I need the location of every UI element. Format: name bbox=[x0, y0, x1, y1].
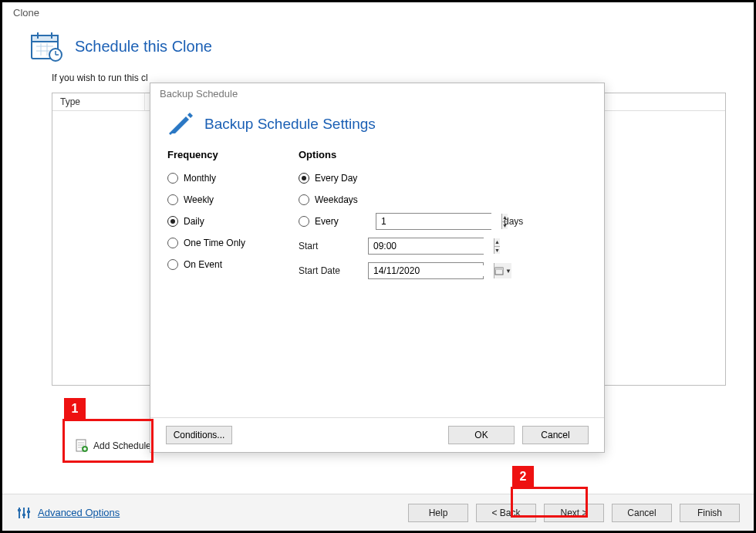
page-title: Schedule this Clone bbox=[75, 38, 212, 56]
dialog-title: Backup Schedule bbox=[150, 83, 604, 104]
pencil-icon bbox=[167, 110, 195, 138]
radio-every-day-label: Every Day bbox=[315, 173, 357, 184]
dialog-heading: Backup Schedule Settings bbox=[204, 116, 376, 133]
chevron-down-icon: ▼ bbox=[505, 268, 511, 275]
advanced-options-link[interactable]: Advanced Options bbox=[16, 505, 120, 521]
frequency-column: Frequency Monthly Weekly Daily One Time … bbox=[167, 149, 268, 287]
start-time-spinner[interactable]: ▲ ▼ bbox=[368, 238, 484, 255]
radio-weekly[interactable]: Weekly bbox=[167, 191, 268, 208]
svg-rect-15 bbox=[22, 514, 25, 516]
svg-rect-14 bbox=[18, 509, 21, 511]
conditions-button[interactable]: Conditions... bbox=[166, 426, 232, 444]
radio-on-event-label: On Event bbox=[184, 259, 222, 270]
backup-schedule-dialog: Backup Schedule Backup Schedule Settings… bbox=[150, 83, 605, 453]
radio-every-n-label: Every bbox=[315, 216, 339, 227]
calendar-small-icon bbox=[494, 266, 504, 275]
every-n-input[interactable] bbox=[376, 214, 501, 229]
back-button[interactable]: < Back bbox=[476, 504, 536, 522]
options-column: Options Every Day Weekdays Every ▲ ▼ bbox=[299, 149, 587, 287]
finish-button[interactable]: Finish bbox=[680, 504, 740, 522]
add-schedule-button[interactable]: Add Schedule bbox=[72, 437, 154, 454]
radio-daily[interactable]: Daily bbox=[167, 213, 268, 230]
start-time-up[interactable]: ▲ bbox=[494, 238, 500, 247]
breadcrumb: Clone bbox=[2, 2, 754, 23]
start-date-input[interactable] bbox=[369, 265, 494, 276]
every-n-unit: days bbox=[504, 216, 523, 227]
start-time-down[interactable]: ▼ bbox=[494, 247, 500, 255]
next-button[interactable]: Next > bbox=[544, 504, 604, 522]
radio-one-time-only[interactable]: One Time Only bbox=[167, 234, 268, 251]
radio-weekdays-label: Weekdays bbox=[315, 194, 358, 205]
sliders-icon bbox=[16, 505, 32, 521]
svg-marker-26 bbox=[169, 130, 172, 135]
radio-every-day[interactable]: Every Day bbox=[299, 170, 587, 187]
radio-one-time-label: One Time Only bbox=[184, 238, 245, 248]
radio-monthly-label: Monthly bbox=[184, 173, 216, 184]
start-date-picker[interactable]: ▼ bbox=[368, 262, 484, 279]
svg-rect-16 bbox=[27, 511, 30, 513]
radio-weekly-label: Weekly bbox=[184, 194, 214, 205]
start-time-input[interactable] bbox=[369, 238, 494, 254]
start-date-dropdown[interactable]: ▼ bbox=[494, 263, 511, 278]
radio-every-n[interactable]: Every bbox=[299, 213, 368, 230]
radio-weekdays[interactable]: Weekdays bbox=[299, 191, 587, 208]
page-description: If you wish to run this cl bbox=[52, 73, 726, 83]
table-col-type[interactable]: Type bbox=[52, 93, 145, 110]
radio-on-event[interactable]: On Event bbox=[167, 256, 268, 273]
radio-daily-label: Daily bbox=[184, 216, 204, 227]
cancel-button[interactable]: Cancel bbox=[612, 504, 672, 522]
dialog-cancel-button[interactable]: Cancel bbox=[522, 426, 589, 444]
svg-rect-1 bbox=[32, 35, 58, 42]
wizard-footer: Advanced Options Help < Back Next > Canc… bbox=[2, 494, 754, 531]
svg-rect-28 bbox=[495, 268, 503, 270]
ok-button[interactable]: OK bbox=[448, 426, 515, 444]
calendar-clock-icon bbox=[30, 31, 64, 62]
every-n-spinner[interactable]: ▲ ▼ bbox=[376, 213, 491, 230]
start-label: Start bbox=[299, 241, 360, 251]
add-schedule-icon bbox=[75, 439, 89, 453]
frequency-heading: Frequency bbox=[167, 149, 268, 160]
help-button[interactable]: Help bbox=[408, 504, 468, 522]
start-date-label: Start Date bbox=[299, 265, 360, 276]
advanced-options-label: Advanced Options bbox=[38, 507, 120, 518]
radio-monthly[interactable]: Monthly bbox=[167, 170, 268, 187]
svg-marker-24 bbox=[172, 116, 189, 133]
svg-marker-25 bbox=[187, 113, 193, 118]
options-heading: Options bbox=[299, 149, 587, 160]
add-schedule-label: Add Schedule bbox=[93, 440, 151, 451]
